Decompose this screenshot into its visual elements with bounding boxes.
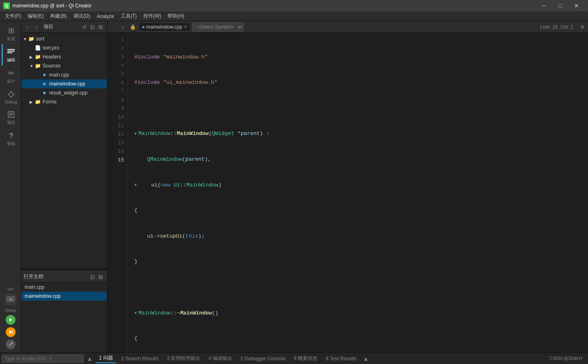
sidebar-item-welcome[interactable]: ⊞ 欢迎 [2, 23, 20, 44]
sidebar-item-project[interactable]: 项目 [2, 107, 20, 128]
tree-label-mainwindow-cpp: mainwindow.cpp [49, 81, 85, 87]
close-button[interactable]: ✕ [568, 0, 585, 11]
menu-item-w[interactable]: 控件(W) [140, 11, 164, 21]
sidebar-label-help: 帮助 [7, 141, 15, 147]
output-tab-test[interactable]: 8 Test Results [322, 354, 360, 363]
filter-button[interactable]: ⊞ [97, 23, 104, 31]
folder-icon-headers: 📁 [34, 54, 41, 60]
tab-close-button[interactable]: ✕ [184, 25, 187, 29]
tree-item-sources[interactable]: ▼ 📁 Sources [21, 61, 107, 70]
app-wrapper: Q mainwindow.cpp @ sort - Qt Creator ─ □… [0, 0, 588, 364]
nav-forward-button[interactable]: › [119, 23, 127, 31]
maximize-button[interactable]: □ [552, 0, 568, 11]
line-num-3: 3 [111, 53, 124, 62]
tree-item-forms[interactable]: ▶ 📁 Forms [21, 97, 107, 106]
tree-label-sort: sort [36, 36, 44, 42]
sidebar-label-debug: Debug [5, 100, 17, 104]
tree-item-sort[interactable]: ▼ 📁 sort [21, 34, 107, 43]
output-tab-summary-label: 6 概要信息 [294, 355, 317, 362]
output-tab-search[interactable]: 2 Search Results [118, 354, 162, 363]
settings-icon[interactable]: ⚙ [578, 23, 586, 31]
collapse-button[interactable]: ⊟ [89, 23, 96, 31]
tree-label-headers: Headers [43, 54, 61, 60]
output-tab-appout[interactable]: 3 应用程序输出 [163, 354, 204, 363]
locate-input[interactable] [2, 355, 84, 363]
sidebar-label-project: 项目 [7, 120, 15, 126]
design-icon: ✏ [7, 69, 16, 78]
sidebar-icons: ⊞ 欢迎 编辑 ✏ 设计 Debug [0, 21, 21, 353]
open-docs-list: main.cpp mainwindow.cpp [21, 283, 107, 301]
menu-item-f[interactable]: 文件(F) [2, 11, 24, 21]
step-over-button[interactable] [6, 327, 16, 337]
output-tab-summary[interactable]: 6 概要信息 [290, 354, 321, 363]
file-icon-sort-pro: 📄 [34, 45, 41, 51]
sidebar-item-edit[interactable]: 编辑 [2, 44, 20, 65]
sync-button[interactable]: ↺ [81, 23, 88, 31]
line-numbers: 1 2 3 4 5 6 7 8 9 10 11 12 13 14 15 [107, 33, 128, 353]
menu-item-t[interactable]: 工具(T) [118, 11, 140, 21]
code-line-3 [134, 104, 581, 113]
tree-item-sort-pro[interactable]: 📄 sort.pro [21, 43, 107, 52]
svg-rect-3 [7, 51, 15, 52]
build-button[interactable] [6, 339, 16, 349]
open-docs-split[interactable]: ⊟ [89, 273, 96, 281]
tree-label-sort-pro: sort.pro [43, 45, 59, 51]
menu-item-b[interactable]: 构建(B) [47, 11, 70, 21]
output-tab-issues-label: 1 问题 [99, 355, 113, 362]
tree-item-result-widget-cpp[interactable]: ■ result_widget.cpp [21, 88, 107, 97]
open-docs-title: 打开文档 [24, 273, 87, 280]
file-tab-mainwindow[interactable]: ■ mainwindow.cpp ✕ [138, 22, 191, 31]
output-tab-issues[interactable]: 1 问题 [96, 354, 116, 363]
code-line-2: #include "ui_mainwindow.h" [134, 79, 581, 87]
file-tree-nav-back[interactable]: ‹ [24, 23, 31, 31]
code-editor[interactable]: 1 2 3 4 5 6 7 8 9 10 11 12 13 14 15 [107, 33, 588, 353]
fold-arrow-4[interactable]: ▼ [134, 131, 137, 137]
output-tab-buildout[interactable]: 4 编译输出 [205, 354, 235, 363]
sidebar-item-help[interactable]: ? 帮助 [2, 128, 20, 149]
symbol-select[interactable]: <Select Symbol> [192, 22, 244, 31]
tree-item-main-cpp[interactable]: ■ main.cpp [21, 70, 107, 79]
menu-item-e[interactable]: 编辑(E) [24, 11, 47, 21]
output-tab-search-label: 2 Search Results [121, 356, 158, 362]
menu-item-d[interactable]: 调试(D) [70, 11, 93, 21]
doc-item-main[interactable]: main.cpp [21, 283, 107, 292]
project-icon [7, 110, 16, 119]
tab-filename: mainwindow.cpp [146, 24, 182, 30]
app-icon: Q [3, 2, 10, 9]
nav-back-button[interactable]: ‹ [109, 23, 117, 31]
output-tab-debugger[interactable]: 5 Debugger Console [237, 354, 289, 363]
open-docs-panel: 打开文档 ⊟ ⊠ main.cpp mainwindow.cpp [21, 271, 107, 353]
menu-item-analyze[interactable]: Analyze [93, 11, 118, 21]
output-bar: ▲ 1 问题 2 Search Results 3 应用程序输出 4 编译输出 … [0, 353, 588, 364]
svg-text:🖥: 🖥 [9, 298, 12, 301]
tree-item-mainwindow-cpp[interactable]: ■ mainwindow.cpp [21, 79, 107, 88]
code-line-1: #include "mainwindow.h" [134, 53, 581, 62]
code-content[interactable]: #include "mainwindow.h" #include "ui_mai… [128, 33, 588, 353]
line-num-2: 2 [111, 45, 124, 53]
menu-item-h[interactable]: 帮助(H) [164, 11, 188, 21]
file-tree-nav-forward[interactable]: › [33, 23, 40, 31]
sidebar-item-debug[interactable]: Debug [2, 87, 20, 107]
tab-file-icon: ■ [142, 25, 145, 29]
lock-icon[interactable]: 🔒 [129, 23, 137, 31]
output-arrow-up[interactable]: ▲ [85, 355, 94, 362]
file-tree-panel: ‹ › 项目 ↺ ⊟ ⊞ ▼ 📁 sort [21, 21, 107, 268]
sidebar-item-design[interactable]: ✏ 设计 [2, 65, 20, 87]
svg-marker-16 [9, 318, 12, 321]
tree-label-main-cpp: main.cpp [49, 72, 69, 78]
doc-item-mainwindow[interactable]: mainwindow.cpp [21, 292, 107, 301]
edit-icon [7, 47, 16, 56]
open-docs-menu[interactable]: ⊠ [97, 273, 104, 281]
minimize-button[interactable]: ─ [536, 0, 552, 11]
file-tree-content: ▼ 📁 sort 📄 sort.pro ▶ 📁 Headers [21, 33, 107, 268]
fold-arrow-6[interactable]: ▼ [134, 182, 137, 189]
output-arrow-expand[interactable]: ▲ [362, 355, 371, 362]
tree-label-sources: Sources [43, 63, 61, 69]
run-button[interactable] [6, 315, 16, 325]
folder-arrow-sort: ▼ [23, 37, 28, 41]
tree-item-headers[interactable]: ▶ 📁 Headers [21, 52, 107, 61]
tree-label-result-widget: result_widget.cpp [49, 90, 87, 96]
fold-arrow-11[interactable]: ▼ [134, 310, 137, 317]
sidebar-label-welcome: 欢迎 [7, 36, 15, 42]
editor-area: ‹ › 🔒 ■ mainwindow.cpp ✕ <Select Symbol>… [107, 21, 588, 353]
